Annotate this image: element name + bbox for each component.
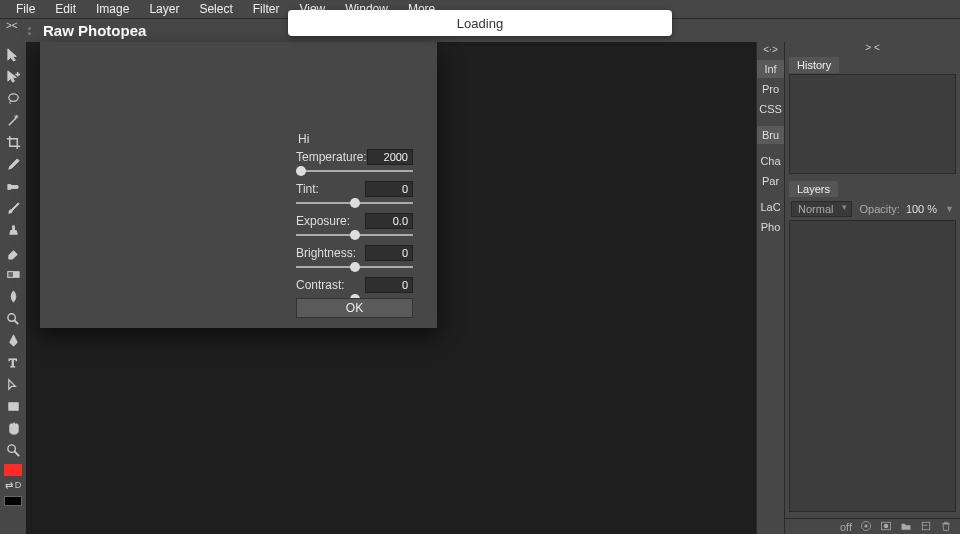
menu-edit[interactable]: Edit	[45, 0, 86, 18]
mask-icon[interactable]	[880, 520, 892, 534]
param-temperature-label: Temperature:	[296, 150, 367, 164]
param-brightness-slider[interactable]	[296, 262, 413, 272]
swap-colors[interactable]: ⇄ D	[1, 478, 25, 492]
param-temperature-slider[interactable]	[296, 166, 413, 176]
tabstrip-channels[interactable]: Cha	[757, 152, 784, 170]
svg-rect-14	[922, 522, 930, 530]
dialog-title: Raw Photopea	[43, 22, 146, 39]
opacity-value[interactable]: 100 %	[906, 203, 937, 215]
tabstrip-paragraph[interactable]: Par	[757, 172, 784, 190]
svg-point-6	[7, 313, 15, 321]
gradient-tool[interactable]	[2, 264, 24, 284]
tabstrip-photo[interactable]: Pho	[757, 218, 784, 236]
param-contrast-label: Contrast:	[296, 278, 345, 292]
menu-file[interactable]: File	[6, 0, 45, 18]
fx-icon[interactable]	[860, 520, 872, 534]
new-layer-icon[interactable]	[920, 520, 932, 534]
opacity-label: Opacity:	[860, 203, 900, 215]
brush-tool[interactable]	[2, 198, 24, 218]
background-color-swatch[interactable]	[4, 496, 22, 506]
right-tab-strip: <·> Inf Pro CSS Bru Cha Par LaC Pho	[756, 42, 784, 534]
layers-panel-body	[789, 220, 956, 512]
layers-tab[interactable]: Layers	[789, 181, 838, 197]
rectangle-tool[interactable]	[2, 396, 24, 416]
param-exposure-value[interactable]: 0.0	[365, 213, 413, 229]
blend-mode-select[interactable]: Normal	[791, 201, 852, 217]
tools-panel: + T ⇄ D	[0, 42, 26, 534]
svg-text:+: +	[15, 69, 20, 78]
pen-tool[interactable]	[2, 330, 24, 350]
dodge-tool[interactable]	[2, 308, 24, 328]
dialog-greeting: Hi	[298, 132, 309, 146]
text-tool[interactable]: T	[2, 352, 24, 372]
menu-image[interactable]: Image	[86, 0, 139, 18]
footer-off-label: off	[840, 521, 852, 533]
param-exposure-slider[interactable]	[296, 230, 413, 240]
ok-button[interactable]: OK	[296, 298, 413, 318]
healing-brush-tool[interactable]	[2, 176, 24, 196]
crop-tool[interactable]	[2, 132, 24, 152]
svg-rect-3	[7, 184, 10, 189]
path-select-tool[interactable]	[2, 374, 24, 394]
right-panels: > < History Layers Normal Opacity: 100 %…	[784, 42, 960, 534]
history-panel-header: History	[785, 56, 960, 74]
default-colors-label: D	[15, 480, 22, 490]
param-temperature-value[interactable]: 2000	[367, 149, 413, 165]
param-brightness-label: Brightness:	[296, 246, 356, 260]
raw-dialog: Hi Temperature: 2000 Tint: 0 Exposure: 0…	[40, 42, 437, 328]
eraser-tool[interactable]	[2, 242, 24, 262]
tabstrip-brush[interactable]: Bru	[757, 126, 784, 144]
svg-point-1	[8, 93, 17, 101]
svg-point-13	[884, 523, 889, 528]
blur-tool[interactable]	[2, 286, 24, 306]
layers-footer: off	[785, 518, 960, 534]
loading-banner: Loading	[288, 10, 672, 36]
menu-layer[interactable]: Layer	[139, 0, 189, 18]
loading-text: Loading	[457, 16, 503, 31]
layers-panel-header: Layers	[785, 180, 960, 198]
foreground-color-swatch[interactable]	[4, 464, 22, 476]
param-tint-slider[interactable]	[296, 198, 413, 208]
tabstrip-info[interactable]: Inf	[757, 60, 784, 78]
svg-point-9	[7, 444, 15, 452]
panels-collapse-icon[interactable]: > <	[785, 42, 960, 56]
opacity-dropdown-icon[interactable]: ▼	[945, 204, 954, 214]
zoom-tool[interactable]	[2, 440, 24, 460]
svg-rect-5	[7, 271, 13, 277]
lasso-tool[interactable]	[2, 88, 24, 108]
collapse-toolbar-toggle[interactable]: ><	[6, 20, 18, 31]
param-exposure-label: Exposure:	[296, 214, 350, 228]
tabstrip-css[interactable]: CSS	[757, 100, 784, 118]
move-tool[interactable]	[2, 44, 24, 64]
eyedropper-tool[interactable]	[2, 154, 24, 174]
svg-rect-8	[8, 402, 17, 410]
magic-wand-tool[interactable]	[2, 110, 24, 130]
history-panel-body	[789, 74, 956, 174]
trash-icon[interactable]	[940, 520, 952, 534]
menu-filter[interactable]: Filter	[243, 0, 290, 18]
param-brightness-value[interactable]: 0	[365, 245, 413, 261]
tabstrip-properties[interactable]: Pro	[757, 80, 784, 98]
layers-controls: Normal Opacity: 100 % ▼	[785, 198, 960, 220]
svg-text:T: T	[8, 355, 16, 370]
svg-point-11	[865, 524, 868, 527]
param-tint-label: Tint:	[296, 182, 319, 196]
param-contrast-value[interactable]: 0	[365, 277, 413, 293]
menu-select[interactable]: Select	[189, 0, 242, 18]
tabstrip-collapse-icon[interactable]: <·>	[763, 44, 777, 58]
folder-icon[interactable]	[900, 520, 912, 534]
select-tool[interactable]: +	[2, 66, 24, 86]
clone-stamp-tool[interactable]	[2, 220, 24, 240]
tabstrip-layer-comps[interactable]: LaC	[757, 198, 784, 216]
history-tab[interactable]: History	[789, 57, 839, 73]
hand-tool[interactable]	[2, 418, 24, 438]
drag-handle-icon	[28, 27, 31, 35]
param-tint-value[interactable]: 0	[365, 181, 413, 197]
